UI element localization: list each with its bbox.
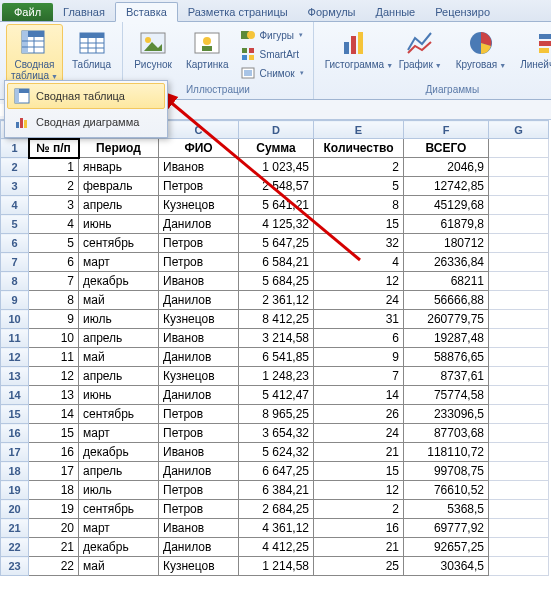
cell[interactable]: май	[79, 348, 159, 367]
cell[interactable]: Кузнецов	[159, 367, 239, 386]
cell[interactable]: 32	[314, 234, 404, 253]
cell[interactable]	[489, 462, 549, 481]
shapes-button[interactable]: Фигуры▾	[237, 26, 306, 44]
cell[interactable]: 68211	[404, 272, 489, 291]
cell[interactable]: Петров	[159, 253, 239, 272]
cell[interactable]: Данилов	[159, 462, 239, 481]
smartart-button[interactable]: SmartArt	[237, 45, 306, 63]
cell[interactable]: Петров	[159, 405, 239, 424]
cell[interactable]: март	[79, 424, 159, 443]
cell[interactable]: 2	[314, 500, 404, 519]
cell[interactable]: Кузнецов	[159, 557, 239, 576]
row-header[interactable]: 2	[1, 158, 29, 177]
cell[interactable]: февраль	[79, 177, 159, 196]
cell[interactable]: 14	[314, 386, 404, 405]
cell[interactable]: 21	[314, 443, 404, 462]
cell[interactable]: 87703,68	[404, 424, 489, 443]
cell[interactable]: июнь	[79, 215, 159, 234]
cell[interactable]: 3 654,32	[239, 424, 314, 443]
cell[interactable]: Данилов	[159, 538, 239, 557]
row-header[interactable]: 15	[1, 405, 29, 424]
column-header[interactable]: E	[314, 121, 404, 139]
cell[interactable]: 5 412,47	[239, 386, 314, 405]
pie-chart-button[interactable]: Круговая▼	[451, 24, 511, 84]
cell[interactable]: ФИО	[159, 139, 239, 158]
cell[interactable]: июль	[79, 481, 159, 500]
cell[interactable]: 2	[29, 177, 79, 196]
clipart-button[interactable]: Картинка	[181, 24, 234, 84]
cell[interactable]: 5	[29, 234, 79, 253]
cell[interactable]: 26	[314, 405, 404, 424]
cell[interactable]	[489, 139, 549, 158]
cell[interactable]: 5	[314, 177, 404, 196]
cell[interactable]	[489, 310, 549, 329]
picture-button[interactable]: Рисунок	[129, 24, 177, 84]
screenshot-button[interactable]: Снимок▾	[237, 64, 306, 82]
row-header[interactable]: 17	[1, 443, 29, 462]
column-header[interactable]: F	[404, 121, 489, 139]
cell[interactable]: 99708,75	[404, 462, 489, 481]
cell[interactable]: Петров	[159, 481, 239, 500]
cell[interactable]: 5 684,25	[239, 272, 314, 291]
cell[interactable]	[489, 215, 549, 234]
row-header[interactable]: 1	[1, 139, 29, 158]
cell[interactable]: 20	[29, 519, 79, 538]
cell[interactable]: Период	[79, 139, 159, 158]
row-header[interactable]: 7	[1, 253, 29, 272]
cell[interactable]: 76610,52	[404, 481, 489, 500]
row-header[interactable]: 23	[1, 557, 29, 576]
menu-item-pivot-table[interactable]: Сводная таблица	[7, 83, 165, 109]
cell[interactable]: 4 412,25	[239, 538, 314, 557]
row-header[interactable]: 11	[1, 329, 29, 348]
cell[interactable]: 69777,92	[404, 519, 489, 538]
cell[interactable]: 7	[29, 272, 79, 291]
row-header[interactable]: 4	[1, 196, 29, 215]
cell[interactable]: 17	[29, 462, 79, 481]
cell[interactable]: 31	[314, 310, 404, 329]
cell[interactable]: 6 384,21	[239, 481, 314, 500]
cell[interactable]: 58876,65	[404, 348, 489, 367]
cell[interactable]: Петров	[159, 500, 239, 519]
cell[interactable]: 233096,5	[404, 405, 489, 424]
cell[interactable]: 1 214,58	[239, 557, 314, 576]
cell[interactable]: 13	[29, 386, 79, 405]
cell[interactable]: 12	[29, 367, 79, 386]
cell[interactable]: 16	[314, 519, 404, 538]
cell[interactable]: 180712	[404, 234, 489, 253]
cell[interactable]	[489, 481, 549, 500]
cell[interactable]: Иванов	[159, 272, 239, 291]
cell[interactable]: Иванов	[159, 158, 239, 177]
cell[interactable]: 21	[29, 538, 79, 557]
cell[interactable]: 19287,48	[404, 329, 489, 348]
cell[interactable]: Сумма	[239, 139, 314, 158]
row-header[interactable]: 21	[1, 519, 29, 538]
cell[interactable]: 12	[314, 481, 404, 500]
cell[interactable]	[489, 234, 549, 253]
cell[interactable]: май	[79, 557, 159, 576]
cell[interactable]: 3	[29, 196, 79, 215]
cell[interactable]	[489, 348, 549, 367]
row-header[interactable]: 22	[1, 538, 29, 557]
row-header[interactable]: 8	[1, 272, 29, 291]
cell[interactable]: 6	[314, 329, 404, 348]
cell[interactable]: декабрь	[79, 443, 159, 462]
cell[interactable]: 2	[314, 158, 404, 177]
cell[interactable]: № п/п	[29, 139, 79, 158]
cell[interactable]: 4	[314, 253, 404, 272]
row-header[interactable]: 9	[1, 291, 29, 310]
cell[interactable]	[489, 329, 549, 348]
cell[interactable]: 118110,72	[404, 443, 489, 462]
cell[interactable]: сентябрь	[79, 500, 159, 519]
row-header[interactable]: 12	[1, 348, 29, 367]
cell[interactable]: 12	[314, 272, 404, 291]
cell[interactable]: 1 023,45	[239, 158, 314, 177]
cell[interactable]: 18	[29, 481, 79, 500]
cell[interactable]: 21	[314, 538, 404, 557]
tab-formulas[interactable]: Формулы	[298, 3, 366, 21]
cell[interactable]: апрель	[79, 462, 159, 481]
cell[interactable]: 24	[314, 424, 404, 443]
cell[interactable]	[489, 177, 549, 196]
cell[interactable]: Данилов	[159, 215, 239, 234]
row-header[interactable]: 10	[1, 310, 29, 329]
cell[interactable]: сентябрь	[79, 405, 159, 424]
